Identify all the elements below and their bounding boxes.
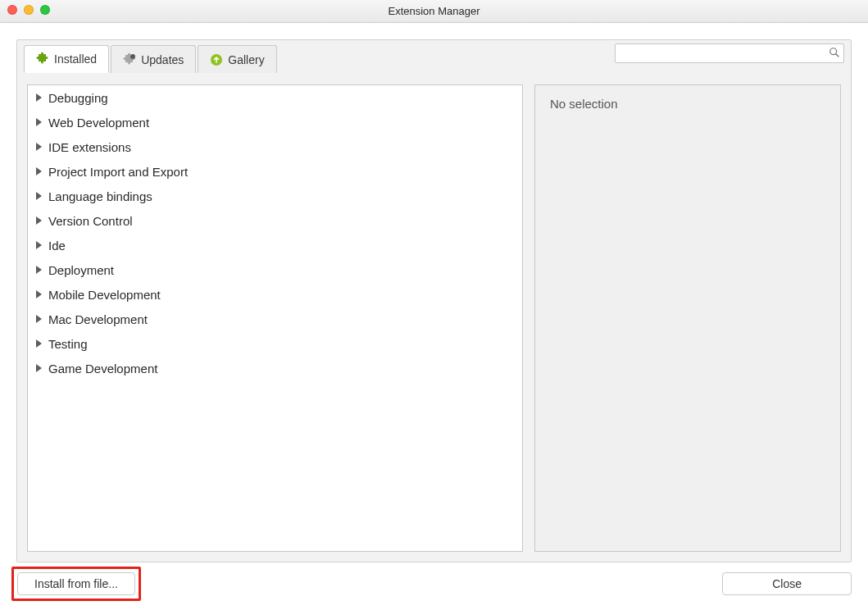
disclosure-triangle-icon: [36, 143, 42, 151]
tab-installed[interactable]: Installed: [24, 45, 109, 73]
svg-point-2: [830, 48, 837, 55]
disclosure-triangle-icon: [36, 266, 42, 274]
category-label: Mac Development: [48, 312, 148, 326]
search-box[interactable]: [615, 43, 844, 63]
category-item[interactable]: Debugging: [28, 85, 522, 110]
category-item[interactable]: Web Development: [28, 110, 522, 134]
search-input[interactable]: [619, 47, 829, 61]
category-item[interactable]: Deployment: [28, 257, 522, 282]
category-label: Game Development: [48, 362, 157, 376]
content-frame: Installed Updates: [16, 39, 852, 562]
disclosure-triangle-icon: [36, 216, 42, 225]
category-tree[interactable]: Debugging Web Development IDE extensions…: [27, 84, 523, 552]
install-from-file-highlight: Install from file...: [11, 567, 141, 601]
disclosure-triangle-icon: [36, 315, 42, 323]
window-title: Extension Manager: [388, 5, 479, 17]
panels: Debugging Web Development IDE extensions…: [27, 84, 841, 552]
disclosure-triangle-icon: [36, 118, 42, 126]
disclosure-triangle-icon: [36, 241, 42, 249]
disclosure-triangle-icon: [36, 364, 42, 372]
category-label: Language bindings: [48, 189, 152, 203]
disclosure-triangle-icon: [36, 192, 42, 200]
close-button[interactable]: Close: [722, 572, 852, 595]
category-item[interactable]: Mac Development: [28, 307, 522, 331]
category-label: IDE extensions: [48, 140, 131, 154]
search-icon: [829, 47, 840, 60]
topbar: Installed Updates: [17, 40, 851, 80]
detail-placeholder: No selection: [550, 97, 618, 111]
category-item[interactable]: IDE extensions: [28, 134, 522, 159]
window-zoom-button[interactable]: [40, 5, 50, 15]
install-from-file-button[interactable]: Install from file...: [17, 572, 135, 595]
category-item[interactable]: Game Development: [28, 356, 522, 380]
category-label: Version Control: [48, 214, 133, 228]
category-item[interactable]: Version Control: [28, 208, 522, 233]
tab-label: Installed: [54, 52, 97, 66]
window-controls: [7, 5, 50, 15]
category-item[interactable]: Mobile Development: [28, 282, 522, 307]
disclosure-triangle-icon: [36, 167, 42, 175]
tab-updates[interactable]: Updates: [111, 45, 196, 73]
tabstrip: Installed Updates: [24, 40, 279, 73]
svg-line-3: [836, 54, 839, 57]
disclosure-triangle-icon: [36, 290, 42, 298]
detail-panel: No selection: [534, 84, 841, 552]
titlebar: Extension Manager: [0, 0, 868, 23]
puzzle-update-icon: [123, 53, 136, 66]
category-label: Mobile Development: [48, 288, 161, 302]
category-label: Ide: [48, 239, 66, 253]
window-close-button[interactable]: [7, 5, 17, 15]
tab-gallery[interactable]: Gallery: [198, 45, 276, 73]
category-item[interactable]: Testing: [28, 331, 522, 356]
svg-point-0: [130, 54, 135, 59]
extension-manager-window: Extension Manager Installed: [0, 0, 868, 610]
disclosure-triangle-icon: [36, 93, 42, 102]
category-item[interactable]: Project Import and Export: [28, 159, 522, 184]
puzzle-icon: [36, 52, 49, 66]
tab-label: Gallery: [228, 53, 264, 66]
arrow-up-circle-icon: [210, 53, 223, 66]
category-label: Web Development: [48, 116, 149, 130]
category-label: Project Import and Export: [48, 165, 188, 179]
category-label: Testing: [48, 337, 88, 351]
category-item[interactable]: Ide: [28, 233, 522, 257]
tab-label: Updates: [141, 53, 184, 66]
category-item[interactable]: Language bindings: [28, 184, 522, 208]
category-label: Deployment: [48, 263, 114, 277]
bottom-bar: Install from file... Close: [11, 566, 852, 602]
window-minimize-button[interactable]: [24, 5, 34, 15]
category-label: Debugging: [48, 91, 108, 105]
disclosure-triangle-icon: [36, 339, 42, 348]
